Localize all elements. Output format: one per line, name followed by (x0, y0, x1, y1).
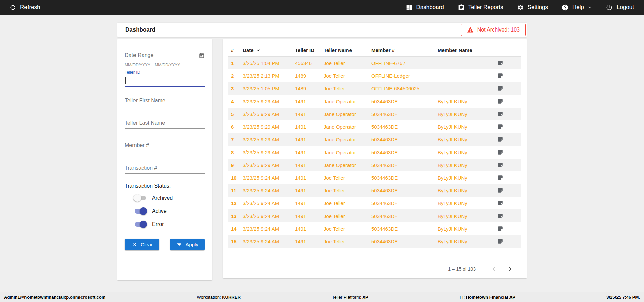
table-row[interactable]: 13 3/23/25 9:24 AM 1491 Joe Teller 50344… (228, 209, 521, 222)
filter-icon (176, 242, 182, 247)
row-teller-name: Joe Teller (324, 226, 371, 232)
row-note-cell (497, 73, 519, 79)
table-body: 1 3/25/25 1:04 PM 456346 Joe Teller OFFL… (228, 57, 521, 248)
row-member-name: ByLyJI KUNy (438, 111, 497, 117)
note-icon[interactable] (497, 111, 503, 117)
row-date: 3/23/25 9:29 AM (243, 149, 295, 155)
row-member-number: 5034463DE (371, 162, 438, 168)
column-header-teller-id[interactable]: Teller ID (295, 47, 324, 53)
nav-teller-reports[interactable]: Teller Reports (458, 4, 503, 11)
note-icon[interactable] (497, 162, 503, 168)
row-teller-id: 1491 (295, 226, 324, 232)
row-teller-id: 1491 (295, 188, 324, 193)
teller-id-input[interactable] (125, 75, 205, 87)
table-row[interactable]: 1 3/25/25 1:04 PM 456346 Joe Teller OFFL… (228, 57, 521, 69)
row-teller-name: Joe Teller (324, 86, 371, 92)
calendar-button[interactable] (199, 53, 205, 59)
note-icon[interactable] (497, 124, 503, 130)
note-icon[interactable] (497, 175, 503, 181)
note-icon[interactable] (497, 149, 503, 155)
note-icon[interactable] (497, 200, 503, 206)
table-row[interactable]: 10 3/23/25 9:24 AM 1491 Joe Teller 50344… (228, 171, 521, 184)
table-row[interactable]: 4 3/23/25 9:29 AM 1491 Jane Operator 503… (228, 95, 521, 108)
active-toggle[interactable] (133, 207, 147, 215)
note-icon[interactable] (497, 73, 503, 79)
date-range-field (125, 50, 205, 61)
note-icon[interactable] (497, 98, 503, 104)
column-header-member-name[interactable]: Member Name (438, 47, 497, 53)
row-member-number: 5034463DE (371, 149, 438, 155)
transactions-panel: # Date Teller ID Teller Name Member # Me… (223, 39, 527, 278)
table-row[interactable]: 3 3/23/25 1:05 PM 1489 Joe Teller OFFLIN… (228, 82, 521, 95)
table-row[interactable]: 9 3/23/25 9:29 AM 1491 Jane Operator 503… (228, 159, 521, 171)
column-header-teller-name[interactable]: Teller Name (324, 47, 371, 53)
nav-settings[interactable]: Settings (517, 4, 548, 11)
note-icon[interactable] (497, 85, 503, 92)
note-icon[interactable] (497, 136, 503, 142)
error-toggle[interactable] (133, 221, 147, 228)
current-datetime: 3/25/25 7:46 PM. (606, 295, 640, 300)
table-row[interactable]: 7 3/23/25 9:29 AM 1491 Jane Operator 503… (228, 133, 521, 146)
top-navigation-bar: Refresh Dashboard Teller Reports Setting… (0, 0, 644, 15)
warning-icon (467, 26, 474, 33)
row-note-cell (497, 213, 519, 219)
next-page-button[interactable] (505, 264, 515, 274)
row-member-number: 5034463DE (371, 226, 438, 232)
help-icon (561, 4, 569, 11)
transaction-number-input[interactable] (125, 162, 205, 174)
table-row[interactable]: 2 3/23/25 2:13 PM 1489 Joe Teller OFFLIN… (228, 69, 521, 82)
row-member-name: ByLyJI KUNy (438, 213, 497, 219)
row-teller-id: 1489 (295, 73, 324, 79)
row-number: 7 (231, 137, 243, 142)
teller-last-name-input[interactable] (125, 117, 205, 129)
nav-help[interactable]: Help (561, 4, 592, 11)
row-date: 3/23/25 9:29 AM (243, 99, 295, 104)
archived-toggle[interactable] (133, 194, 147, 202)
page-title: Dashboard (125, 26, 155, 33)
date-range-input[interactable] (125, 50, 205, 61)
member-number-input[interactable] (125, 140, 205, 151)
table-row[interactable]: 8 3/23/25 9:29 AM 1491 Jane Operator 503… (228, 146, 521, 159)
column-header-date[interactable]: Date (243, 47, 295, 53)
row-member-name: ByLyJI KUNy (438, 200, 497, 206)
error-toggle-label: Error (152, 221, 164, 227)
row-teller-id: 1491 (295, 200, 324, 206)
archived-toggle-row: Archived (125, 194, 205, 202)
apply-button[interactable]: Apply (170, 239, 205, 250)
row-note-cell (497, 60, 519, 66)
column-header-member-number[interactable]: Member # (371, 47, 438, 53)
table-row[interactable]: 12 3/23/25 9:24 AM 1491 Joe Teller 50344… (228, 197, 521, 209)
clear-button[interactable]: Clear (125, 239, 159, 250)
note-icon[interactable] (497, 226, 503, 232)
nav-settings-label: Settings (528, 4, 548, 11)
table-row[interactable]: 5 3/23/25 9:29 AM 1491 Jane Operator 503… (228, 108, 521, 120)
power-icon (606, 4, 613, 11)
teller-platform-info: Teller Platform: XP (332, 295, 368, 300)
table-row[interactable]: 14 3/23/25 9:24 AM 1491 Joe Teller 50344… (228, 222, 521, 235)
nav-logout[interactable]: Logout (606, 4, 634, 11)
not-archived-badge[interactable]: Not Archived: 103 (461, 24, 526, 36)
close-icon (131, 242, 137, 247)
row-teller-id: 1491 (295, 162, 324, 168)
row-teller-id: 456346 (295, 60, 324, 66)
note-icon[interactable] (497, 60, 503, 66)
page-body: Dashboard Not Archived: 103 MM/DD/YYYY –… (0, 15, 644, 292)
nav-dashboard[interactable]: Dashboard (406, 4, 444, 11)
row-note-cell (497, 175, 519, 181)
column-header-number[interactable]: # (231, 47, 243, 53)
row-date: 3/23/25 2:13 PM (243, 73, 295, 79)
table-row[interactable]: 15 3/23/25 9:24 AM 1491 Joe Teller 50344… (228, 235, 521, 248)
calendar-icon (199, 53, 205, 59)
table-row[interactable]: 11 3/23/25 9:24 AM 1491 Joe Teller 50344… (228, 184, 521, 197)
row-date: 3/23/25 9:24 AM (243, 200, 295, 206)
note-icon[interactable] (497, 213, 503, 219)
refresh-button[interactable]: Refresh (9, 4, 40, 11)
row-number: 2 (231, 73, 243, 79)
teller-first-name-input[interactable] (125, 95, 205, 106)
row-teller-name: Joe Teller (324, 200, 371, 206)
row-date: 3/23/25 9:24 AM (243, 213, 295, 219)
table-row[interactable]: 6 3/23/25 9:29 AM 1491 Jane Operator 503… (228, 120, 521, 133)
previous-page-button[interactable] (489, 264, 499, 274)
note-icon[interactable] (497, 238, 503, 244)
note-icon[interactable] (497, 187, 503, 193)
